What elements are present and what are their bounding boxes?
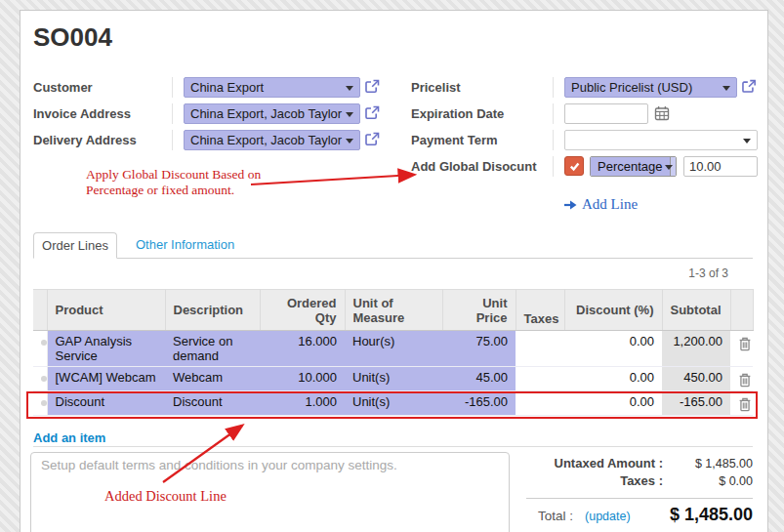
col-unit-price[interactable]: Unit Price — [442, 290, 516, 331]
col-subtotal[interactable]: Subtotal — [662, 290, 730, 331]
cell-product[interactable]: GAP Analysis Service — [47, 331, 165, 367]
taxes-value: $ 0.00 — [663, 474, 753, 488]
right-field-group: Pricelist Public Pricelist (USD) Expirat… — [411, 77, 758, 177]
expiration-date-input[interactable] — [564, 103, 648, 124]
cell-actions — [730, 391, 753, 416]
discount-type-dropdown-button[interactable] — [670, 157, 677, 176]
trash-icon[interactable] — [738, 397, 752, 412]
cell-uom[interactable]: Unit(s) — [345, 367, 442, 391]
section-divider — [33, 446, 753, 447]
cell-description[interactable]: Service on demand — [165, 331, 260, 367]
col-taxes[interactable]: Taxes — [516, 290, 564, 331]
customer-value: China Export — [190, 80, 264, 95]
chevron-down-icon — [665, 165, 673, 170]
cell-uom[interactable]: Hour(s) — [345, 331, 442, 367]
record-pager[interactable]: 1-3 of 3 — [660, 266, 728, 280]
payment-term-select[interactable] — [564, 130, 758, 150]
cell-description[interactable]: Discount — [165, 391, 260, 416]
cell-product[interactable]: Discount — [47, 391, 165, 416]
add-line-link[interactable]: Add Line — [563, 196, 638, 213]
external-link-icon[interactable] — [364, 78, 381, 95]
row-drag-handle[interactable] — [33, 391, 47, 416]
col-ordered-qty[interactable]: Ordered Qty — [260, 290, 345, 331]
add-line-label: Add Line — [582, 196, 638, 213]
cell-taxes[interactable] — [516, 367, 564, 391]
customer-select[interactable]: China Export — [184, 77, 360, 98]
cell-unit-price[interactable]: 45.00 — [442, 367, 516, 391]
calendar-icon[interactable] — [654, 105, 670, 121]
page-title: SO004 — [33, 22, 112, 53]
customer-label: Customer — [33, 77, 172, 98]
untaxed-amount-value: $ 1,485.00 — [663, 457, 753, 471]
cell-subtotal: 1,200.00 — [662, 331, 730, 367]
delivery-address-control: China Export, Jacob Taylor — [172, 130, 387, 150]
payment-term-control — [553, 130, 758, 150]
chevron-down-icon — [346, 139, 353, 143]
delivery-address-label: Delivery Address — [33, 130, 172, 150]
external-link-icon[interactable] — [364, 104, 381, 121]
notebook-tabbar: Order Lines Other Information — [33, 232, 753, 259]
chevron-down-icon — [346, 112, 353, 117]
pricelist-select[interactable]: Public Pricelist (USD) — [564, 77, 737, 98]
discount-type-select[interactable]: Percentage — [590, 156, 677, 177]
invoice-address-label: Invoice Address — [33, 103, 172, 124]
totals-divider — [526, 498, 753, 499]
order-form-card: SO004 Customer China Export Invoice Addr… — [20, 10, 768, 532]
pricelist-control: Public Pricelist (USD) — [553, 77, 758, 98]
terms-conditions-textarea[interactable] — [30, 452, 510, 532]
cell-discount[interactable]: 0.00 — [564, 331, 662, 367]
cell-taxes[interactable] — [516, 331, 564, 367]
discount-value-input[interactable] — [683, 156, 758, 177]
pricelist-value: Public Pricelist (USD) — [571, 80, 692, 95]
untaxed-amount-label: Untaxed Amount : — [516, 456, 663, 471]
table-row[interactable]: GAP Analysis Service Service on demand 1… — [33, 331, 753, 367]
invoice-address-value: China Export, Jacob Taylor — [190, 106, 342, 121]
trash-icon[interactable] — [738, 337, 752, 351]
cell-unit-price[interactable]: -165.00 — [442, 391, 516, 416]
cell-subtotal: -165.00 — [662, 391, 730, 416]
cell-taxes[interactable] — [516, 391, 564, 416]
row-drag-handle[interactable] — [33, 367, 47, 391]
table-row-discount[interactable]: Discount Discount 1.000 Unit(s) -165.00 … — [33, 391, 753, 416]
totals-block: Untaxed Amount : $ 1,485.00 Taxes : $ 0.… — [516, 456, 753, 525]
chevron-down-icon — [722, 86, 730, 91]
col-description[interactable]: Description — [165, 290, 260, 331]
update-link[interactable]: (update) — [585, 510, 631, 523]
col-unit-of-measure[interactable]: Unit of Measure — [345, 290, 442, 331]
cell-subtotal: 450.00 — [662, 367, 730, 391]
trash-icon[interactable] — [738, 373, 752, 388]
cell-qty[interactable]: 10.000 — [260, 367, 345, 391]
tab-order-lines[interactable]: Order Lines — [33, 232, 117, 259]
add-an-item-link[interactable]: Add an item — [33, 430, 105, 445]
expiration-date-control — [553, 103, 758, 124]
cell-discount[interactable]: 0.00 — [564, 367, 662, 391]
cell-actions — [730, 367, 753, 391]
cell-uom[interactable]: Unit(s) — [345, 391, 442, 416]
total-label: Total : — [538, 509, 573, 523]
row-drag-handle[interactable] — [33, 331, 47, 367]
invoice-address-control: China Export, Jacob Taylor — [172, 103, 387, 124]
cell-product[interactable]: [WCAM] Webcam — [47, 367, 165, 391]
col-product[interactable]: Product — [47, 290, 165, 331]
cell-discount[interactable]: 0.00 — [564, 391, 662, 416]
cell-qty[interactable]: 1.000 — [260, 391, 345, 416]
col-discount[interactable]: Discount (%) — [564, 290, 662, 331]
sales-order-page: SO004 Customer China Export Invoice Addr… — [0, 0, 784, 532]
table-header-row: Product Description Ordered Qty Unit of … — [33, 290, 753, 331]
delivery-address-select[interactable]: China Export, Jacob Taylor — [184, 130, 360, 150]
cell-description[interactable]: Webcam — [165, 367, 260, 391]
add-global-discount-control: Percentage — [553, 156, 758, 177]
check-icon — [568, 160, 581, 173]
invoice-address-select[interactable]: China Export, Jacob Taylor — [184, 103, 360, 124]
cell-qty[interactable]: 16.000 — [260, 331, 345, 367]
add-global-discount-label: Add Global Disocunt — [411, 156, 553, 177]
table-row[interactable]: [WCAM] Webcam Webcam 10.000 Unit(s) 45.0… — [33, 367, 753, 391]
tab-other-information[interactable]: Other Information — [136, 232, 234, 258]
global-discount-checkbox[interactable] — [564, 156, 584, 176]
external-link-icon[interactable] — [741, 78, 758, 95]
payment-term-label: Payment Term — [411, 130, 553, 150]
cell-unit-price[interactable]: 75.00 — [442, 331, 516, 367]
external-link-icon[interactable] — [364, 131, 381, 147]
chevron-down-icon — [743, 139, 751, 143]
customer-control: China Export — [172, 77, 387, 98]
